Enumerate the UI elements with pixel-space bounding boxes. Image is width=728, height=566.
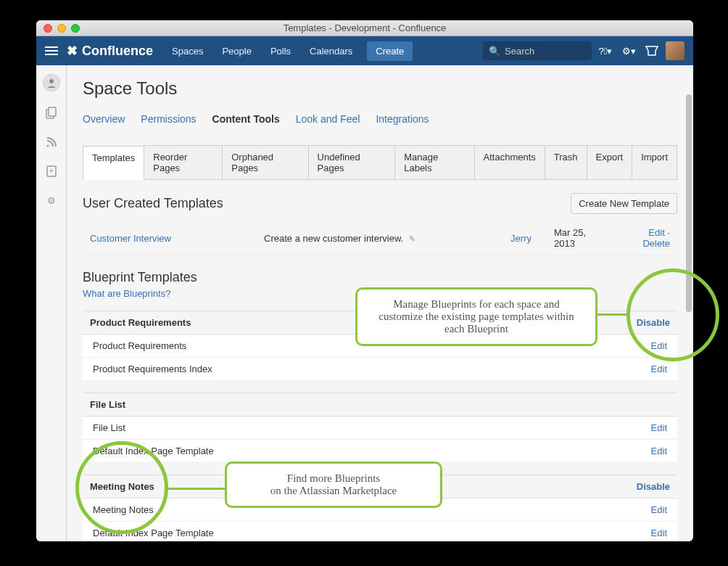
- create-template-button[interactable]: Create New Template: [571, 193, 677, 214]
- inner-tab-export[interactable]: Export: [587, 145, 633, 179]
- bp-edit-link[interactable]: Edit: [651, 364, 667, 374]
- search-input[interactable]: [505, 46, 586, 57]
- bp-row: File List Edit: [83, 417, 677, 440]
- inner-tab-attachments[interactable]: Attachments: [474, 145, 545, 179]
- bp-row-name: File List: [93, 422, 125, 433]
- callout-find-more: Find more Blueprints on the Atlassian Ma…: [225, 462, 442, 508]
- space-tools-tabs: Overview Permissions Content Tools Look …: [83, 110, 677, 128]
- create-button[interactable]: Create: [367, 41, 413, 61]
- bp-edit-link[interactable]: Edit: [651, 528, 667, 538]
- inner-tab-trash[interactable]: Trash: [545, 145, 587, 179]
- highlight-circle-findmore: [75, 441, 168, 534]
- callout-text: Manage Blueprints for each space and cus…: [379, 298, 574, 335]
- inner-tab-orphaned[interactable]: Orphaned Pages: [222, 145, 308, 179]
- settings-gear-icon[interactable]: ⚙▾: [619, 41, 638, 60]
- nav-people[interactable]: People: [215, 46, 258, 57]
- bp-edit-link[interactable]: Edit: [651, 422, 667, 433]
- bp-edit-link[interactable]: Edit: [651, 446, 667, 456]
- callout-manage-blueprints: Manage Blueprints for each space and cus…: [355, 287, 597, 346]
- template-desc: Create a new customer interview.: [264, 233, 403, 244]
- zoom-window-button[interactable]: [71, 24, 80, 33]
- search-icon: 🔍: [489, 46, 500, 57]
- page-title: Space Tools: [83, 78, 677, 99]
- template-edit-link[interactable]: Edit: [648, 227, 664, 238]
- rss-icon[interactable]: [44, 135, 59, 149]
- bp-group-name: File List: [90, 399, 125, 410]
- highlight-circle-actions: [626, 268, 719, 361]
- minimize-window-button[interactable]: [57, 24, 66, 33]
- tab-look-and-feel[interactable]: Look and Feel: [296, 110, 360, 128]
- blueprint-title: Blueprint Templates: [83, 270, 677, 285]
- bp-row: Default Index Page Template Edit: [83, 440, 677, 463]
- template-author-link[interactable]: Jerry: [510, 233, 531, 244]
- window-title: Templates - Development - Confluence: [36, 22, 693, 33]
- callout-connector: [167, 488, 225, 490]
- tab-integrations[interactable]: Integrations: [376, 110, 429, 128]
- help-icon[interactable]: ?⃝▾: [596, 41, 615, 60]
- svg-point-0: [49, 79, 54, 83]
- svg-rect-2: [49, 107, 56, 116]
- notifications-tray-icon[interactable]: [642, 41, 661, 60]
- callout-connector: [597, 313, 629, 316]
- template-delete-link[interactable]: Delete: [642, 238, 670, 249]
- add-page-icon[interactable]: +: [44, 164, 59, 179]
- content-tools-tabset: Templates Reorder Pages Orphaned Pages U…: [83, 145, 677, 180]
- titlebar: Templates - Development - Confluence: [36, 20, 693, 36]
- confluence-logo[interactable]: ✖ Confluence: [67, 43, 153, 59]
- user-templates-table: Customer Interview Create a new customer…: [83, 221, 677, 255]
- space-avatar-icon[interactable]: [43, 74, 60, 91]
- bp-group-name: Product Requirements: [90, 317, 191, 328]
- nav-calendars[interactable]: Calendars: [302, 46, 360, 57]
- bp-row: Product Requirements Index Edit: [83, 358, 677, 381]
- tab-content-tools[interactable]: Content Tools: [212, 110, 280, 128]
- search-box[interactable]: 🔍: [483, 41, 592, 60]
- bp-row: Default Index Page Template Edit: [83, 522, 677, 541]
- edit-desc-pencil-icon[interactable]: ✎: [409, 234, 415, 243]
- template-date: Mar 25, 2013: [547, 221, 612, 255]
- bp-row-name: Product Requirements: [93, 340, 186, 351]
- inner-tab-undefined[interactable]: Undefined Pages: [308, 145, 396, 179]
- user-templates-section: User Created Templates Create New Templa…: [83, 193, 677, 255]
- tab-permissions[interactable]: Permissions: [141, 110, 196, 128]
- callout-text-line2: on the Atlassian Marketplace: [240, 485, 427, 497]
- svg-point-3: [46, 145, 49, 147]
- bp-disable-link[interactable]: Disable: [637, 481, 670, 492]
- user-templates-title: User Created Templates: [83, 196, 223, 211]
- bp-row-name: Product Requirements Index: [93, 364, 212, 374]
- brand-name: Confluence: [82, 44, 153, 59]
- svg-text:+: +: [49, 167, 54, 175]
- tab-overview[interactable]: Overview: [83, 110, 125, 128]
- confluence-glyph-icon: ✖: [67, 43, 78, 59]
- table-row: Customer Interview Create a new customer…: [83, 221, 677, 255]
- window-controls: [36, 24, 80, 33]
- template-name-link[interactable]: Customer Interview: [90, 233, 171, 244]
- callout-text-line1: Find more Blueprints: [240, 472, 427, 485]
- nav-spaces[interactable]: Spaces: [165, 46, 210, 57]
- space-settings-gear-icon[interactable]: ⚙: [44, 193, 59, 208]
- inner-tab-templates[interactable]: Templates: [83, 146, 144, 180]
- nav-polls[interactable]: Polls: [263, 46, 298, 57]
- inner-tab-import[interactable]: Import: [632, 145, 677, 179]
- bp-group-head: File List: [83, 393, 677, 417]
- inner-tab-reorder[interactable]: Reorder Pages: [144, 145, 223, 179]
- top-nav: ✖ Confluence Spaces People Polls Calenda…: [36, 36, 693, 65]
- close-window-button[interactable]: [44, 24, 52, 33]
- bp-edit-link[interactable]: Edit: [651, 504, 667, 515]
- app-switcher-icon[interactable]: [45, 46, 58, 55]
- user-avatar[interactable]: [666, 41, 684, 60]
- left-rail: + ⚙: [36, 65, 67, 541]
- inner-tab-labels[interactable]: Manage Labels: [394, 145, 474, 179]
- bp-group-file-list: File List File List Edit Default Index P…: [83, 393, 677, 463]
- what-are-blueprints-link[interactable]: What are Blueprints?: [83, 288, 170, 299]
- pages-icon[interactable]: [44, 106, 59, 120]
